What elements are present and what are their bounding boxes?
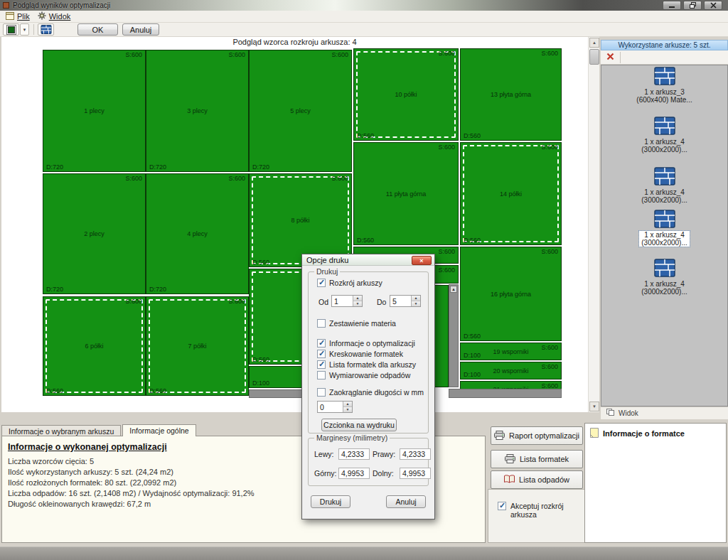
from-spinner[interactable]: 1 ▲▼ — [331, 295, 363, 307]
panel-11-płyta-górna[interactable]: 11 płyta górnaS:600D:560 — [353, 142, 459, 245]
from-value[interactable]: 1 — [332, 296, 353, 306]
checkbox-kreskowanie-formatek[interactable]: Kreskowanie formatek — [317, 350, 403, 358]
cancel-button[interactable]: Anuluj — [122, 23, 159, 36]
margin-input[interactable]: 4,2333 — [400, 448, 431, 460]
scroll-down-icon[interactable]: ▼ — [589, 402, 599, 411]
dialog-close-icon[interactable]: × — [412, 256, 432, 265]
scroll-up-icon[interactable]: ▲ — [589, 38, 599, 48]
spinner-arrows-icon[interactable]: ▲▼ — [411, 296, 420, 306]
panel-3-plecy[interactable]: 3 plecyS:600D:720 — [146, 50, 249, 172]
panel-length-label: D:560 — [252, 356, 269, 363]
panel-19-wsporniki[interactable]: 19 wspornikiS:600D:100 — [460, 343, 562, 360]
tab-informacje-o-wybranym-arkuszu[interactable]: Informacje o wybranym arkuszu — [1, 425, 121, 436]
spinner-arrows-icon[interactable]: ▲▼ — [343, 402, 352, 412]
tab-informacje-ogólne[interactable]: Informacje ogólne — [122, 424, 196, 436]
margin-input[interactable]: 4,2333 — [338, 448, 370, 460]
panel-4-plecy[interactable]: 4 plecyS:600D:720 — [146, 173, 249, 294]
checkbox-label: Lista formatek dla arkuszy — [329, 360, 416, 369]
panel-width-label: S:600 — [438, 248, 455, 255]
checkbox-rozkroj-arkuszy[interactable]: Rozkrój arkuszy — [317, 279, 382, 287]
panel-width-label: S:600 — [331, 51, 348, 58]
printer-icon — [494, 431, 505, 441]
sheet-icon — [601, 117, 727, 136]
panel-1-plecy[interactable]: 1 plecyS:600D:720 — [43, 50, 146, 172]
document-icon — [6, 12, 14, 21]
dialog-titlebar[interactable]: Opcje druku × — [302, 254, 434, 266]
checkbox-box[interactable] — [317, 388, 326, 397]
dialog-print-button[interactable]: Drukuj — [311, 495, 350, 508]
panel-label: 6 półki — [43, 343, 145, 350]
dialog-cancel-button[interactable]: Anuluj — [386, 495, 426, 508]
close-icon[interactable] — [704, 1, 722, 10]
preview-tool-button[interactable] — [3, 23, 19, 36]
to-spinner[interactable]: 5 ▲▼ — [390, 295, 421, 307]
scrollbar-thumb[interactable] — [589, 49, 599, 65]
panel-label: 7 półki — [146, 343, 248, 350]
restore-icon[interactable] — [683, 1, 702, 10]
print-group: Drukuj Rozkrój arkuszy Od 1 ▲▼ Do 5 ▲▼ Z… — [308, 271, 429, 434]
panel-width-label: S:600 — [438, 144, 455, 151]
button-lista-formatek[interactable]: Lista formatek — [491, 450, 583, 468]
sheet-list-item[interactable]: 1 x arkusz_4(3000x2000)... — [601, 167, 727, 204]
panel-7-półki[interactable]: 7 półkiS:600D:560 — [146, 296, 249, 396]
panel-10-półki[interactable]: 10 półkiS:600D:560 — [353, 48, 459, 141]
dialog-title: Opcje druku — [306, 256, 348, 264]
checkbox-lista-formatek-dla-arkuszy[interactable]: Lista formatek dla arkuszy — [317, 360, 416, 369]
to-value[interactable]: 5 — [390, 296, 411, 306]
minimize-icon[interactable] — [663, 1, 681, 10]
panel-2-plecy[interactable]: 2 plecyS:600D:720 — [43, 173, 146, 294]
panel-14-półki[interactable]: 14 półkiS:600D:560 — [460, 142, 562, 245]
sheet-list-item[interactable]: 1 x arkusz_4(3000x2000)... — [601, 259, 727, 296]
checkbox-box[interactable] — [317, 360, 326, 369]
checkbox-zaokraglanie[interactable]: Zaokrąglanie długości w mm — [317, 388, 424, 397]
panel-length-label: D:720 — [46, 163, 63, 171]
sheet-tool-button[interactable] — [38, 23, 54, 36]
chevron-down-icon[interactable]: ▼ — [20, 23, 29, 36]
canvas-scrollbar[interactable]: ▲ ▼ — [588, 37, 599, 412]
menu-item-widok[interactable]: Widok — [35, 11, 76, 22]
checkbox-box[interactable] — [317, 371, 326, 379]
delete-icon[interactable] — [606, 53, 614, 62]
checkbox-zestawienie[interactable]: Zestawienie materia — [317, 319, 396, 328]
panel-width-label: S:600 — [541, 248, 558, 255]
sidebar-toolbar-separator — [620, 52, 621, 63]
rounding-spinner[interactable]: 0 ▲▼ — [317, 401, 353, 413]
panel-16-płyta-górna[interactable]: 16 płyta górnaS:600D:560 — [460, 247, 562, 341]
sheet-list-item[interactable]: 1 x arkusz_3(600x400) Mate... — [601, 67, 727, 104]
checkbox-informacje-o-optymalizacji[interactable]: Informacje o optymalizacji — [317, 339, 415, 348]
checkbox-label: Rozkrój arkuszy — [329, 279, 382, 287]
checkbox-box[interactable] — [317, 279, 326, 287]
button-raport-optymalizacji[interactable]: Raport optymalizacji — [491, 426, 583, 445]
sheet-list-item[interactable]: 1 x arkusz_4(3000x2000)... — [601, 117, 727, 154]
checkbox-wymiarowanie-odpadów[interactable]: Wymiarowanie odpadów — [317, 371, 410, 379]
panel-20-wsporniki[interactable]: 20 wspornikiS:600D:100 — [460, 362, 562, 379]
sheet-list-item[interactable]: 1 x arkusz_4(3000x2000)... — [601, 210, 727, 247]
button-lista-odpadów[interactable]: Lista odpadów — [491, 470, 583, 489]
print-font-button[interactable]: Czcionka na wydruku — [321, 419, 397, 431]
sheet-item-line2: (3000x2000)... — [641, 196, 687, 204]
panel-length-label: D:560 — [464, 132, 481, 139]
panel-13-płyta-górna[interactable]: 13 płyta górnaS:600D:560 — [460, 48, 562, 141]
to-label: Do — [377, 298, 386, 306]
margin-input[interactable]: 4,9953 — [400, 468, 431, 479]
panel-5-plecy[interactable]: 5 plecyS:600D:720 — [249, 50, 352, 172]
ok-button[interactable]: OK — [77, 23, 118, 36]
margin-label: Prawy: — [373, 450, 398, 458]
view-tab[interactable]: Widok — [601, 406, 728, 419]
sheet-icon — [601, 210, 727, 230]
checkbox-box[interactable] — [317, 319, 326, 328]
accept-layout-box: Akceptuj rozkrój arkusza — [488, 489, 585, 543]
checkbox-label: Informacje o optymalizacji — [329, 339, 415, 348]
checkbox-box[interactable] — [317, 339, 326, 348]
window-titlebar[interactable]: Podgląd wyników optymalizacji — [0, 0, 728, 11]
rounding-value[interactable]: 0 — [318, 402, 343, 412]
spinner-arrows-icon[interactable]: ▲▼ — [353, 296, 362, 306]
accept-checkbox[interactable] — [498, 502, 506, 510]
checkbox-box[interactable] — [317, 350, 326, 358]
gear-icon — [38, 11, 46, 21]
menu-item-plik[interactable]: Plik — [3, 11, 35, 22]
margin-input[interactable]: 4,9953 — [338, 468, 370, 479]
panel-length-label: D:720 — [149, 163, 166, 171]
panel-6-półki[interactable]: 6 półkiS:600D:560 — [43, 296, 146, 396]
book-icon — [504, 475, 515, 485]
